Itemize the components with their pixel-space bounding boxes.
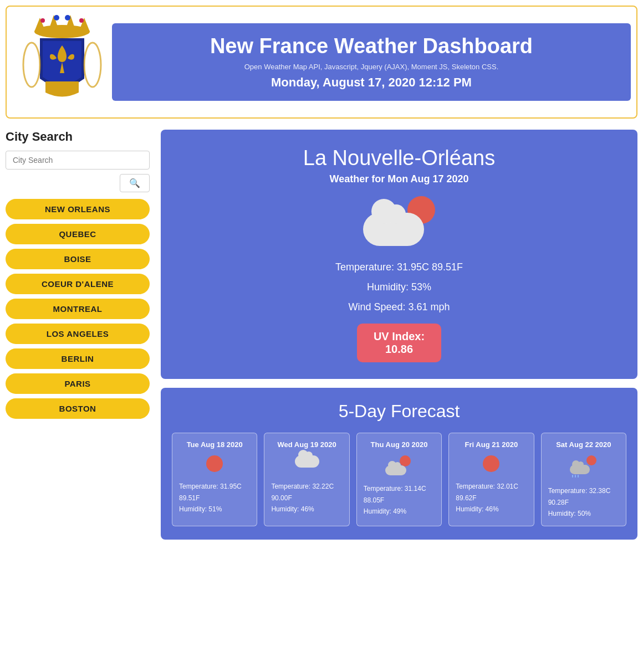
forecast-humidity-0: Humidity: 51% <box>179 504 250 515</box>
city-button-coeur-dalene[interactable]: COEUR D'ALENE <box>6 274 150 294</box>
svg-point-5 <box>40 18 45 23</box>
logo <box>12 12 112 112</box>
forecast-title: 5-Day Forecast <box>172 401 626 422</box>
rain-drops-icon <box>572 475 579 478</box>
humidity-display: Humidity: 53% <box>172 277 626 297</box>
forecast-humidity-1: Humidity: 46% <box>271 504 342 515</box>
current-weather-icon <box>363 196 435 246</box>
partial-cloud-icon <box>385 455 413 475</box>
city-button-boston[interactable]: BOSTON <box>6 398 150 419</box>
app-title: New France Weather Dashboard <box>129 34 614 58</box>
partial-rain-icon <box>570 455 598 478</box>
mini-cloud-icon <box>570 465 590 474</box>
forecast-humidity-3: Humidity: 46% <box>456 504 527 515</box>
svg-point-7 <box>65 15 70 20</box>
svg-point-6 <box>54 15 59 20</box>
forecast-icon-4 <box>570 455 598 480</box>
rain-drop <box>575 475 576 478</box>
forecast-icon-3 <box>477 455 505 475</box>
sidebar-title: City Search <box>6 130 150 144</box>
uv-index-badge: UV Index: 10.86 <box>357 324 441 362</box>
svg-point-9 <box>23 43 40 87</box>
mini-sun-icon <box>586 455 596 465</box>
forecast-date-2: Thu Aug 20 2020 <box>361 440 437 450</box>
mini-cloud-icon <box>385 465 406 475</box>
current-weather-card: La Nouvelle-Orléans Weather for Mon Aug … <box>161 130 637 379</box>
forecast-stats-2: Temperature: 31.14C 88.05F Humidity: 49% <box>361 483 437 517</box>
forecast-icon-2 <box>385 455 413 478</box>
city-button-new-orleans[interactable]: NEW ORLEANS <box>6 199 150 219</box>
forecast-card-4: Sat Aug 22 2020 Te <box>541 433 626 526</box>
forecast-panel: 5-Day Forecast Tue Aug 18 2020 Temperatu… <box>161 388 637 540</box>
app-subtitle: Open Weather Map API, Javascript, Jquery… <box>129 63 614 71</box>
forecast-date-4: Sat Aug 22 2020 <box>546 440 621 450</box>
forecast-temp-3: Temperature: 32.01C 89.62F <box>456 481 527 504</box>
svg-point-10 <box>84 43 101 87</box>
city-button-berlin[interactable]: BERLIN <box>6 348 150 369</box>
main-layout: City Search 🔍 NEW ORLEANS QUEBEC BOISE C… <box>6 130 637 540</box>
uv-label: UV Index: <box>374 330 425 342</box>
temperature-display: Temperature: 31.95C 89.51F <box>172 257 626 277</box>
city-button-los-angeles[interactable]: LOS ANGELES <box>6 324 150 344</box>
forecast-stats-4: Temperature: 32.38C 90.28F Humidity: 50% <box>546 485 621 519</box>
forecast-card-3: Fri Aug 21 2020 Temperature: 32.01C 89.6… <box>448 433 534 526</box>
city-button-quebec[interactable]: QUEBEC <box>6 224 150 244</box>
cloud-icon <box>295 455 319 468</box>
current-city-name: La Nouvelle-Orléans <box>172 146 626 170</box>
datetime-display: Monday, August 17, 2020 12:12 PM <box>129 75 614 90</box>
sun-icon <box>483 455 499 472</box>
sidebar: City Search 🔍 NEW ORLEANS QUEBEC BOISE C… <box>6 130 150 540</box>
search-button[interactable]: 🔍 <box>120 174 150 192</box>
header-banner: New France Weather Dashboard Open Weathe… <box>112 23 631 101</box>
city-button-boise[interactable]: BOISE <box>6 249 150 269</box>
forecast-stats-1: Temperature: 32.22C 90.00F Humidity: 46% <box>269 481 344 515</box>
city-button-montreal[interactable]: MONTREAL <box>6 299 150 319</box>
weather-stats: Temperature: 31.95C 89.51F Humidity: 53%… <box>172 257 626 317</box>
forecast-cards: Tue Aug 18 2020 Temperature: 31.95C 89.5… <box>172 433 626 526</box>
forecast-icon-0 <box>201 455 228 475</box>
city-button-paris[interactable]: PARIS <box>6 373 150 394</box>
header: New France Weather Dashboard Open Weathe… <box>6 6 637 119</box>
forecast-card-1: Wed Aug 19 2020 Temperature: 32.22C 90.0… <box>264 433 349 526</box>
wind-speed-display: Wind Speed: 3.61 mph <box>172 297 626 317</box>
forecast-temp-0: Temperature: 31.95C 89.51F <box>179 481 250 504</box>
forecast-temp-1: Temperature: 32.22C 90.00F <box>271 481 342 504</box>
uv-value: 10.86 <box>385 343 413 355</box>
forecast-card-0: Tue Aug 18 2020 Temperature: 31.95C 89.5… <box>172 433 257 526</box>
rain-drop <box>578 475 579 478</box>
forecast-date-1: Wed Aug 19 2020 <box>269 440 344 450</box>
current-weather-date: Weather for Mon Aug 17 2020 <box>172 173 626 185</box>
forecast-temp-4: Temperature: 32.38C 90.28F <box>548 485 619 508</box>
sun-icon <box>206 455 223 472</box>
forecast-humidity-4: Humidity: 50% <box>548 508 619 519</box>
search-icon: 🔍 <box>129 178 140 188</box>
forecast-card-2: Thu Aug 20 2020 Temperature: 31.14C 88.0… <box>356 433 442 526</box>
forecast-stats-0: Temperature: 31.95C 89.51F Humidity: 51% <box>177 481 252 515</box>
weather-panel: La Nouvelle-Orléans Weather for Mon Aug … <box>161 130 637 540</box>
forecast-date-3: Fri Aug 21 2020 <box>453 440 529 450</box>
forecast-temp-2: Temperature: 31.14C 88.05F <box>364 483 435 506</box>
cloud-icon <box>363 213 424 246</box>
forecast-date-0: Tue Aug 18 2020 <box>177 440 252 450</box>
svg-point-8 <box>79 18 84 23</box>
forecast-humidity-2: Humidity: 49% <box>364 506 435 517</box>
mini-sun-icon <box>400 455 411 466</box>
city-search-input[interactable] <box>6 151 150 170</box>
forecast-stats-3: Temperature: 32.01C 89.62F Humidity: 46% <box>453 481 529 515</box>
rain-drop <box>572 475 573 478</box>
forecast-icon-1 <box>293 455 321 475</box>
